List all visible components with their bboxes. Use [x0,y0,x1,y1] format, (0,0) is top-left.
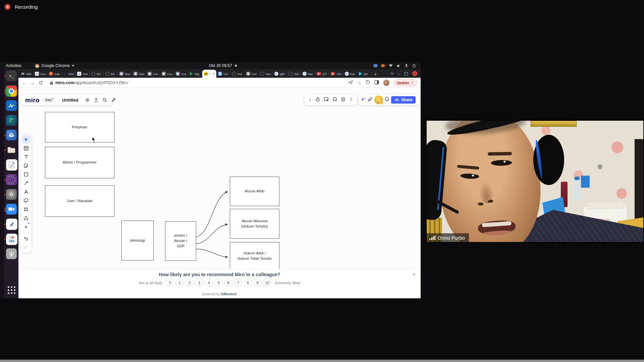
profile-avatar[interactable] [383,79,390,86]
dock-item-thunderbird[interactable] [4,129,18,142]
undo-button[interactable] [22,234,31,243]
close-button[interactable]: ✕ [412,71,417,76]
browser-tab[interactable]: Das [118,70,132,78]
more-tools-button[interactable]: » [22,222,31,231]
frame-tool[interactable] [22,205,31,214]
screen-share-icon[interactable] [324,97,329,103]
network-icon[interactable] [388,63,393,68]
notes-icon[interactable] [341,97,345,103]
browser-tab[interactable]: Cha [329,70,343,78]
dock-item-chameleon-app[interactable] [4,114,18,127]
browser-tab[interactable]: ↓Dow [61,70,75,78]
browser-tab[interactable]: Cou [174,70,188,78]
follow-pointer-icon[interactable] [361,97,366,103]
nps-score-0[interactable]: 0 [166,279,174,287]
back-button[interactable]: ← [20,80,29,85]
clock[interactable]: Okt 30 09:57 [209,63,237,68]
browser-tab[interactable]: Onl [287,70,301,78]
microphone-icon[interactable] [404,63,409,68]
activities-button[interactable]: Activities [6,63,21,68]
side-panel-icon[interactable] [374,80,379,86]
dock-item-files[interactable] [4,144,18,157]
browser-tab[interactable]: Jua [47,70,61,78]
dock-item-usb-drive[interactable] [4,248,18,260]
nps-score-4[interactable]: 4 [205,279,213,287]
browser-tab[interactable]: ml✕ [202,70,216,78]
nps-score-5[interactable]: 5 [214,279,223,287]
reactions-confetti-icon[interactable] [367,97,373,103]
reload-button[interactable] [37,80,45,85]
redo-button[interactable] [22,243,31,251]
extensions-puzzle-icon[interactable] [366,80,370,86]
browser-tab[interactable]: Cou [245,70,259,78]
focused-app-menu[interactable]: Google Chrome [35,63,74,68]
bookmark-star-icon[interactable]: ☆ [357,80,362,85]
minimize-button[interactable]: – [398,72,400,76]
screen-share-indicator[interactable] [373,63,378,68]
browser-tab[interactable]: 5G [104,70,118,78]
user-avatar[interactable] [374,96,383,104]
nps-score-2[interactable]: 2 [185,279,194,287]
browser-tab[interactable]: Ind [230,70,245,78]
browser-tab[interactable]: (37 [315,70,329,78]
nps-score-9[interactable]: 9 [253,279,262,287]
nps-score-8[interactable]: 8 [244,279,252,287]
nps-score-1[interactable]: 1 [175,279,184,287]
comment-tool[interactable] [22,196,31,205]
browser-tab[interactable]: Cou [160,70,174,78]
address-bar[interactable]: miro.com/app/board/uXjVPSDXYZM=/ [49,79,348,86]
upload-tool[interactable] [22,214,31,222]
browser-tab[interactable]: Dig [188,70,202,78]
browser-tab[interactable]: UU [216,70,230,78]
diagram-box-teknologi[interactable]: teknologi [121,221,154,260]
templates-tool[interactable] [22,144,31,153]
miro-logo[interactable]: miro [25,97,40,103]
dock-item-chrome[interactable] [4,85,18,98]
search-icon[interactable] [101,96,109,104]
volume-icon[interactable] [396,63,401,68]
survey-close-icon[interactable]: ✕ [412,272,416,277]
new-tab-button[interactable]: + [374,71,377,76]
dock-item-terminal[interactable]: >_ [4,70,18,82]
nps-score-10[interactable]: 10 [263,279,271,287]
diagram-box-proses[interactable]: proses / Aturan / SOP [165,221,196,261]
text-tool[interactable] [22,153,31,161]
miro-canvas[interactable]: Pimpinan Admin / Programmer User / Nasab… [18,88,421,298]
send-to-device-icon[interactable] [348,80,353,86]
board-title[interactable]: Untitled [62,98,78,103]
nps-score-7[interactable]: 7 [234,279,242,287]
board-settings-gear-icon[interactable] [83,96,92,104]
update-button[interactable]: Update ⋮ [394,79,417,86]
browser-tab[interactable]: pin [357,70,371,78]
power-icon[interactable] [412,63,416,68]
sticky-note-tool[interactable] [22,161,31,170]
restore-button[interactable] [405,72,408,75]
diagram-box-aturan-allah[interactable]: Aturan Allah [230,177,279,206]
browser-tab[interactable]: Cou [146,70,160,78]
nps-score-6[interactable]: 6 [224,279,232,287]
dock-item-text-editor[interactable] [4,218,18,231]
dock-item-zoom[interactable] [4,203,18,216]
diagram-box-user[interactable]: User / Nasabah [45,185,114,217]
export-icon[interactable] [92,96,101,104]
camera-indicator[interactable] [381,63,385,68]
browser-tab[interactable]: Xec [259,70,273,78]
system-tray[interactable] [373,63,416,68]
connector-tool[interactable] [22,179,31,187]
close-tab-icon[interactable]: ✕ [212,72,215,75]
browser-tab[interactable]: GGoo [75,70,90,78]
shape-tool[interactable] [22,170,31,179]
pen-tool[interactable] [22,187,31,196]
browser-tab[interactable]: GKar [343,70,357,78]
share-button[interactable]: Share [391,96,416,104]
diagram-box-pimpinan[interactable]: Pimpinan [45,112,114,142]
more-tools-chevrons-icon[interactable] [349,97,353,103]
forward-button[interactable]: → [29,80,37,85]
select-tool[interactable] [22,135,31,144]
browser-tab[interactable]: Ghac [301,70,315,78]
diagram-box-hukum-adat[interactable]: Hukum Adat / Hukum Tidak Tertulis [230,242,279,270]
dock-item-document-viewer[interactable] [4,233,18,246]
tab-search-icon[interactable] [390,72,394,75]
dock-item-app-grid[interactable] [4,284,18,297]
apps-plug-icon[interactable] [109,96,118,104]
